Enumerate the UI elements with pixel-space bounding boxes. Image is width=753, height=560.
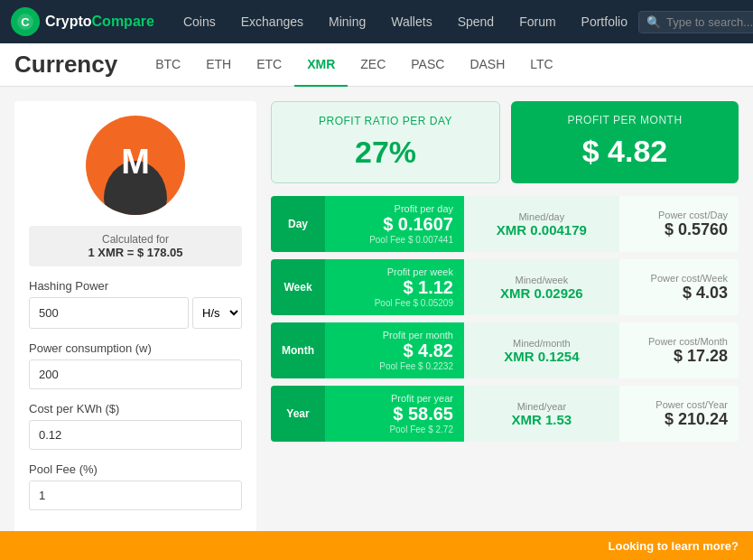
- row-label-day: Day: [271, 196, 325, 252]
- row-power-value: $ 17.28: [674, 347, 728, 366]
- row-mined-label: Mined/week: [515, 275, 568, 285]
- row-profit-value: $ 4.82: [403, 341, 453, 361]
- currency-tab-zec[interactable]: ZEC: [348, 43, 398, 87]
- calc-info: Calculated for 1 XMR = $ 178.05: [29, 226, 242, 266]
- profit-month-card: PROFIT PER MONTH $ 4.82: [511, 101, 739, 183]
- row-profit-value: $ 1.12: [403, 277, 453, 298]
- row-profit-label: Profit per week: [387, 266, 453, 277]
- row-mined-value: XMR 0.02926: [500, 285, 583, 301]
- nav-links: CoinsExchangesMiningWalletsSpendForumPor…: [172, 9, 638, 34]
- row-profit-fee: Pool Fee $ 2.72: [389, 425, 453, 434]
- cost-kwh-input[interactable]: [29, 420, 242, 450]
- hashing-power-row: H/s KH/s MH/s GH/s TH/s: [29, 297, 242, 329]
- cost-kwh-label: Cost per KWh ($): [29, 402, 242, 415]
- data-row-week: Week Profit per week $ 1.12 Pool Fee $ 0…: [271, 259, 739, 315]
- logo-text-crypto: Crypto: [45, 14, 92, 30]
- profit-ratio-label: PROFIT RATIO PER DAY: [288, 115, 483, 127]
- hashing-power-label: Hashing Power: [29, 279, 242, 293]
- nav-link-spend[interactable]: Spend: [447, 9, 505, 34]
- power-consumption-label: Power consumption (w): [29, 341, 242, 355]
- right-panel: PROFIT RATIO PER DAY 27% PROFIT PER MONT…: [271, 101, 739, 537]
- row-power-label: Power cost/Month: [648, 336, 728, 347]
- row-label-week: Week: [271, 259, 325, 315]
- nav-link-wallets[interactable]: Wallets: [380, 9, 442, 34]
- profit-summary: PROFIT RATIO PER DAY 27% PROFIT PER MONT…: [271, 101, 739, 183]
- profit-month-label: PROFIT PER MONTH: [527, 114, 722, 126]
- row-profit-cell-day: Profit per day $ 0.1607 Pool Fee $ 0.007…: [325, 196, 464, 252]
- row-power-value: $ 210.24: [665, 410, 728, 429]
- row-power-label: Power cost/Day: [658, 210, 728, 220]
- nav-link-portfolio[interactable]: Portfolio: [571, 9, 638, 34]
- row-profit-value: $ 0.1607: [383, 214, 453, 235]
- pool-fee-label: Pool Fee (%): [29, 462, 242, 476]
- cost-kwh-group: Cost per KWh ($): [29, 402, 242, 450]
- page-title: Currency: [14, 51, 117, 79]
- row-mined-cell-day: Mined/day XMR 0.004179: [464, 196, 619, 252]
- profit-ratio-card: PROFIT RATIO PER DAY 27%: [271, 101, 500, 183]
- page-header: Currency BTCETHETCXMRZECPASCDASHLTC: [0, 43, 753, 87]
- currency-tab-ltc[interactable]: LTC: [517, 43, 565, 87]
- nav-link-coins[interactable]: Coins: [172, 9, 227, 34]
- bottom-bar-text: Looking to learn more?: [609, 539, 739, 553]
- main-content: M Calculated for 1 XMR = $ 178.05 Hashin…: [0, 87, 753, 552]
- data-row-year: Year Profit per year $ 58.65 Pool Fee $ …: [271, 386, 739, 442]
- bottom-bar: Looking to learn more?: [0, 531, 753, 560]
- currency-tabs: BTCETHETCXMRZECPASCDASHLTC: [143, 43, 566, 87]
- row-profit-fee: Pool Fee $ 0.2232: [379, 361, 453, 371]
- row-profit-label: Profit per day: [395, 203, 453, 214]
- row-profit-cell-year: Profit per year $ 58.65 Pool Fee $ 2.72: [325, 386, 464, 442]
- row-power-cell-year: Power cost/Year $ 210.24: [619, 386, 739, 442]
- data-row-month: Month Profit per month $ 4.82 Pool Fee $…: [271, 322, 739, 378]
- calc-for-label: Calculated for: [36, 233, 235, 246]
- svg-text:C: C: [21, 15, 30, 29]
- hashing-power-input[interactable]: [29, 297, 189, 329]
- search-input[interactable]: [666, 15, 753, 29]
- row-profit-label: Profit per year: [391, 393, 453, 404]
- currency-tab-btc[interactable]: BTC: [143, 43, 193, 87]
- navbar: C Crypto Compare CoinsExchangesMiningWal…: [0, 0, 753, 43]
- row-profit-label: Profit per month: [383, 330, 453, 341]
- xmr-m-letter: M: [121, 143, 150, 182]
- row-mined-cell-year: Mined/year XMR 1.53: [464, 386, 619, 442]
- hashing-power-unit-select[interactable]: H/s KH/s MH/s GH/s TH/s: [192, 297, 242, 329]
- currency-tab-dash[interactable]: DASH: [457, 43, 517, 87]
- row-profit-cell-week: Profit per week $ 1.12 Pool Fee $ 0.0520…: [325, 259, 464, 315]
- pool-fee-input[interactable]: [29, 481, 242, 510]
- search-bar: 🔍: [638, 11, 753, 33]
- row-power-value: $ 4.03: [683, 284, 728, 303]
- profit-ratio-value: 27%: [288, 135, 483, 170]
- row-power-label: Power cost/Week: [651, 273, 728, 284]
- left-panel: M Calculated for 1 XMR = $ 178.05 Hashin…: [14, 101, 256, 537]
- coin-logo-container: M: [29, 116, 242, 215]
- row-label-year: Year: [271, 386, 325, 442]
- nav-link-forum[interactable]: Forum: [508, 9, 566, 34]
- nav-link-mining[interactable]: Mining: [318, 9, 376, 34]
- row-power-value: $ 0.5760: [665, 220, 728, 239]
- search-icon: 🔍: [646, 15, 661, 29]
- pool-fee-group: Pool Fee (%): [29, 462, 242, 510]
- row-mined-label: Mined/month: [513, 338, 571, 349]
- row-profit-value: $ 58.65: [393, 404, 453, 425]
- nav-link-exchanges[interactable]: Exchanges: [230, 9, 314, 34]
- power-consumption-group: Power consumption (w): [29, 341, 242, 389]
- currency-tab-pasc[interactable]: PASC: [398, 43, 457, 87]
- profit-month-value: $ 4.82: [527, 134, 722, 169]
- calc-rate: 1 XMR = $ 178.05: [36, 246, 235, 259]
- currency-tab-xmr[interactable]: XMR: [294, 43, 348, 87]
- logo[interactable]: C Crypto Compare: [11, 7, 154, 36]
- row-power-cell-month: Power cost/Month $ 17.28: [619, 322, 739, 378]
- power-consumption-input[interactable]: [29, 359, 242, 389]
- row-mined-cell-week: Mined/week XMR 0.02926: [464, 259, 619, 315]
- row-profit-fee: Pool Fee $ 0.007441: [369, 235, 453, 245]
- row-mined-value: XMR 1.53: [511, 412, 572, 427]
- row-label-month: Month: [271, 322, 325, 378]
- data-row-day: Day Profit per day $ 0.1607 Pool Fee $ 0…: [271, 196, 739, 252]
- logo-icon: C: [11, 7, 40, 36]
- row-mined-label: Mined/year: [517, 401, 566, 412]
- row-power-label: Power cost/Year: [655, 399, 728, 410]
- data-rows-container: Day Profit per day $ 0.1607 Pool Fee $ 0…: [271, 196, 739, 442]
- row-mined-cell-month: Mined/month XMR 0.1254: [464, 322, 619, 378]
- currency-tab-eth[interactable]: ETH: [193, 43, 244, 87]
- row-power-cell-week: Power cost/Week $ 4.03: [619, 259, 739, 315]
- currency-tab-etc[interactable]: ETC: [244, 43, 294, 87]
